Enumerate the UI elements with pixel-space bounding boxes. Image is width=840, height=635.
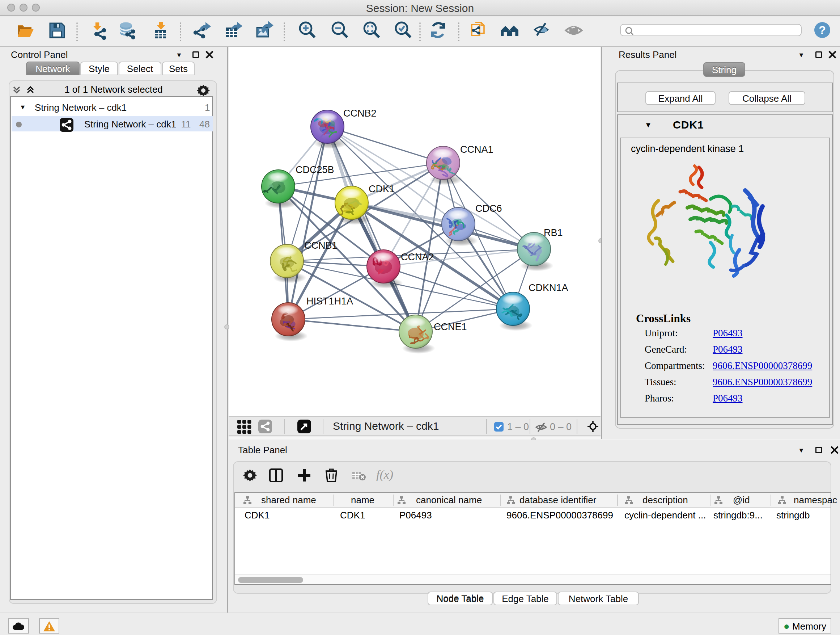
svg-text:CDC6: CDC6	[475, 203, 502, 214]
svg-text:HIST1H1A: HIST1H1A	[306, 296, 353, 307]
svg-text:CCNB2: CCNB2	[343, 108, 377, 119]
svg-text:CDKN1A: CDKN1A	[529, 282, 568, 293]
svg-text:CCNB1: CCNB1	[304, 240, 338, 251]
svg-text:CDK1: CDK1	[369, 184, 395, 195]
svg-text:CCNE1: CCNE1	[434, 321, 467, 333]
svg-text:CCNA2: CCNA2	[401, 252, 434, 263]
svg-text:?: ?	[819, 24, 826, 36]
svg-text:RB1: RB1	[544, 227, 563, 238]
svg-text:CCNA1: CCNA1	[460, 144, 493, 155]
svg-text:CDC25B: CDC25B	[295, 165, 334, 175]
